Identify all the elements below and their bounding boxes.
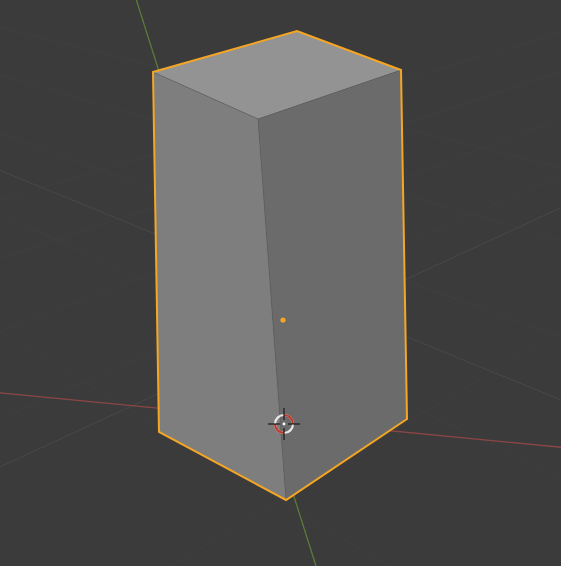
svg-point-21 [283, 423, 286, 426]
cube-object[interactable] [153, 31, 407, 500]
object-origin [280, 317, 285, 322]
3d-viewport[interactable] [0, 0, 561, 566]
